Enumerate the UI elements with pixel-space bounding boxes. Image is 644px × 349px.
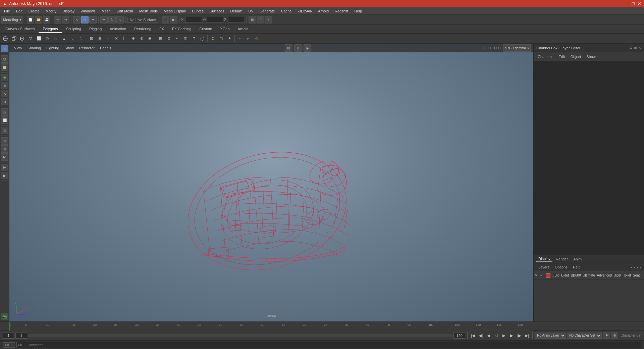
tab-layers[interactable]: Layers (536, 264, 551, 270)
wireframe-icon[interactable]: ⊞ (294, 44, 302, 52)
menu-help[interactable]: Help (352, 8, 365, 14)
show-manip-left[interactable]: ⊞ (1, 127, 8, 134)
menu-cache[interactable]: Cache (278, 8, 294, 14)
tab-help[interactable]: Help (571, 264, 583, 270)
separate-icon[interactable]: ⊠ (165, 35, 173, 43)
minimize-button[interactable]: ─ (626, 1, 629, 6)
quick-layout-left[interactable]: ⊡ (1, 137, 8, 145)
frame-left[interactable]: ⊢ (1, 164, 8, 171)
redo-button[interactable]: ↪ (62, 16, 69, 23)
select-all-icon[interactable]: ⊡ (285, 44, 292, 52)
tab-display-layers[interactable]: Display (536, 256, 552, 262)
menu-redshift[interactable]: Redshift (332, 8, 351, 14)
cube-icon[interactable] (10, 35, 18, 43)
titlebar-right[interactable]: ─ □ ✕ (626, 1, 641, 6)
universal-left[interactable]: ⊕ (1, 98, 8, 105)
menu-uv[interactable]: UV (246, 8, 256, 14)
menu-mesh-tools[interactable]: Mesh Tools (137, 8, 160, 14)
anim-key-icon[interactable]: ⚑ (603, 332, 610, 339)
undo-button[interactable]: ↩ (54, 16, 61, 23)
mel-input[interactable] (16, 342, 641, 348)
paint-weights-left[interactable]: ⬜ (1, 116, 8, 124)
lasso-left[interactable]: ⬡ (1, 55, 8, 63)
menu-modify[interactable]: Modify (43, 8, 59, 14)
layer-scroll-up[interactable]: ▴ (637, 265, 638, 269)
scale-tool-button[interactable]: ⤡ (116, 16, 124, 23)
ipr-button[interactable]: ▶ (170, 16, 177, 23)
next-key-button[interactable]: |▶ (516, 332, 523, 339)
grid-left[interactable]: ⊟ (1, 145, 8, 153)
close-button[interactable]: ✕ (637, 1, 641, 6)
range-bar[interactable] (28, 334, 452, 337)
circularize-icon[interactable]: ◉ (146, 35, 154, 43)
camera-icon[interactable]: 📷 (1, 313, 8, 320)
cone-icon[interactable]: ▽ (26, 35, 35, 43)
gamma-dropdown[interactable]: sRGB gamma▾ (503, 44, 531, 52)
go-end-button[interactable]: ▶| (524, 332, 530, 339)
layer-item[interactable]: V P ...Bio_Bidet_BB600_Ultimate_Advanced… (534, 271, 644, 280)
mode-dropdown[interactable]: Modeling ▾ (1, 16, 23, 23)
z-field[interactable] (228, 17, 245, 23)
tab-rigging[interactable]: Rigging (85, 26, 106, 33)
render-view-left[interactable]: ▶ (1, 172, 8, 179)
current-frame-field[interactable] (3, 333, 14, 339)
channel-close-icon[interactable]: ✕ (638, 46, 641, 50)
mirror-icon[interactable]: ◫ (181, 35, 190, 43)
menu-windows[interactable]: Windows (78, 8, 98, 14)
render-button[interactable]: ⬛ (162, 16, 169, 23)
tab-anim-layers[interactable]: Anim (571, 256, 584, 262)
menu-surfaces[interactable]: Surfaces (207, 8, 227, 14)
smooth-shade-icon[interactable]: ◉ (304, 44, 311, 52)
menu-generate[interactable]: Generate (257, 8, 278, 14)
rotate-left[interactable]: ↻ (1, 82, 8, 89)
channel-settings-icon[interactable]: ⚙ (629, 46, 633, 50)
scale-left[interactable]: ⤡ (1, 90, 8, 97)
tab-curves-surfaces[interactable]: Curves / Surfaces (1, 26, 39, 33)
play-back-button[interactable]: ◁ (493, 332, 499, 339)
menu-3dtoall[interactable]: -3DtoAll- (295, 8, 315, 14)
timeline-ruler[interactable]: 1 5 10 15 20 25 30 35 40 45 50 55 60 65 … (9, 322, 533, 331)
move-tool-button[interactable]: ✛ (100, 16, 108, 23)
tab-fx-caching[interactable]: FX Caching (168, 26, 195, 33)
menu-arnold[interactable]: Arnold (315, 8, 331, 14)
split-icon[interactable]: ⊢ (121, 35, 129, 43)
paint-tool-button[interactable]: ✦ (89, 16, 97, 23)
extrude-icon[interactable]: ⊡ (87, 35, 95, 43)
tab-fx[interactable]: FX (155, 26, 168, 33)
combine-icon[interactable]: ⊞ (156, 35, 164, 43)
tab-xgen[interactable]: XGen (216, 26, 233, 33)
step-back-button[interactable]: ◀ (485, 332, 492, 339)
end-frame-field[interactable] (453, 333, 465, 339)
tab-custom[interactable]: Custom (196, 26, 216, 33)
sphere-icon[interactable] (1, 35, 9, 43)
menu-file[interactable]: File (1, 8, 13, 14)
anim-settings-icon[interactable]: ⚙ (611, 332, 618, 339)
torus-icon[interactable]: ◎ (43, 35, 51, 43)
menu-deform[interactable]: Deform (227, 8, 245, 14)
open-button[interactable]: 📂 (35, 16, 42, 23)
x-field[interactable] (185, 17, 202, 23)
mel-button[interactable]: MEL (3, 342, 15, 348)
step-fwd-button[interactable]: ▶ (508, 332, 515, 339)
cylinder-icon[interactable] (18, 35, 26, 43)
snap-curve-button[interactable]: ⌒ (257, 16, 264, 23)
menu-mesh[interactable]: Mesh (99, 8, 113, 14)
y-field[interactable] (207, 17, 223, 23)
move-left[interactable]: ✛ (1, 74, 8, 81)
lighting-menu[interactable]: Lighting (44, 45, 61, 51)
helix-icon[interactable]: ∿ (77, 35, 85, 43)
channel-expand-icon[interactable]: ⊞ (634, 46, 637, 50)
tab-render-layers[interactable]: Render (554, 256, 570, 262)
menu-edit[interactable]: Edit (13, 8, 25, 14)
insert-loop-icon[interactable]: ⊕ (129, 35, 137, 43)
bridge-icon[interactable]: ⊟ (96, 35, 104, 43)
renderer-menu[interactable]: Renderer (77, 45, 97, 51)
paint-select-left[interactable]: ⬤ (1, 63, 8, 71)
tab-animation[interactable]: Animation (106, 26, 130, 33)
tab-edit[interactable]: Edit (557, 54, 566, 59)
plane-icon[interactable]: ⬜ (35, 35, 43, 43)
snap-left[interactable]: ⋈ (1, 153, 8, 161)
start-frame-field[interactable] (15, 333, 27, 339)
go-start-button[interactable]: |◀ (470, 332, 476, 339)
fill-hole-icon[interactable]: ⊙ (209, 35, 217, 43)
